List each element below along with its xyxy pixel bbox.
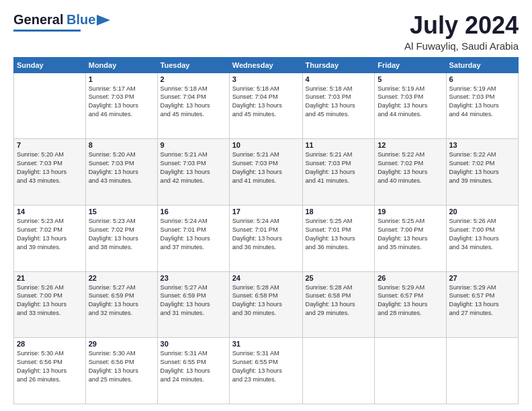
svg-marker-0 <box>97 15 110 26</box>
day-info: Sunrise: 5:21 AM Sunset: 7:03 PM Dayligh… <box>161 150 226 185</box>
day-number: 25 <box>306 274 372 282</box>
table-cell: 15Sunrise: 5:23 AM Sunset: 7:02 PM Dayli… <box>85 205 157 271</box>
day-number: 30 <box>161 340 226 348</box>
table-cell: 18Sunrise: 5:25 AM Sunset: 7:01 PM Dayli… <box>302 205 375 271</box>
day-info: Sunrise: 5:22 AM Sunset: 7:02 PM Dayligh… <box>378 150 443 185</box>
page: General Blue July 2024 Al Fuwayliq, Saud… <box>0 0 532 411</box>
table-cell: 25Sunrise: 5:28 AM Sunset: 6:58 PM Dayli… <box>302 271 375 338</box>
day-number: 10 <box>232 141 300 149</box>
day-number: 22 <box>89 274 154 282</box>
day-number: 28 <box>17 340 83 348</box>
day-number: 26 <box>378 274 443 282</box>
day-number: 12 <box>378 141 443 149</box>
day-info: Sunrise: 5:23 AM Sunset: 7:02 PM Dayligh… <box>89 217 154 252</box>
table-cell <box>14 73 86 139</box>
day-info: Sunrise: 5:29 AM Sunset: 6:57 PM Dayligh… <box>378 283 443 318</box>
col-thursday: Thursday <box>302 57 375 73</box>
day-info: Sunrise: 5:31 AM Sunset: 6:55 PM Dayligh… <box>232 349 300 384</box>
logo-arrow-icon <box>97 15 110 26</box>
day-number: 19 <box>378 208 443 216</box>
table-cell <box>375 338 446 404</box>
day-info: Sunrise: 5:27 AM Sunset: 6:59 PM Dayligh… <box>89 283 154 318</box>
table-cell: 14Sunrise: 5:23 AM Sunset: 7:02 PM Dayli… <box>14 205 86 271</box>
table-cell: 1Sunrise: 5:17 AM Sunset: 7:03 PM Daylig… <box>85 73 157 139</box>
table-cell: 20Sunrise: 5:26 AM Sunset: 7:00 PM Dayli… <box>446 205 519 271</box>
day-number: 5 <box>378 75 443 83</box>
day-number: 3 <box>232 75 300 83</box>
day-info: Sunrise: 5:28 AM Sunset: 6:58 PM Dayligh… <box>232 283 300 318</box>
day-number: 11 <box>306 141 372 149</box>
calendar-week-row: 21Sunrise: 5:26 AM Sunset: 7:00 PM Dayli… <box>14 271 519 338</box>
calendar-week-row: 1Sunrise: 5:17 AM Sunset: 7:03 PM Daylig… <box>14 73 519 139</box>
day-info: Sunrise: 5:30 AM Sunset: 6:56 PM Dayligh… <box>17 349 83 384</box>
day-number: 6 <box>449 75 516 83</box>
logo-text-blue: Blue <box>66 12 95 27</box>
day-number: 18 <box>306 208 372 216</box>
location: Al Fuwayliq, Saudi Arabia <box>404 40 519 52</box>
month-title: July 2024 <box>404 12 519 39</box>
day-info: Sunrise: 5:30 AM Sunset: 6:56 PM Dayligh… <box>89 349 154 384</box>
col-friday: Friday <box>375 57 446 73</box>
table-cell: 9Sunrise: 5:21 AM Sunset: 7:03 PM Daylig… <box>157 139 229 205</box>
day-number: 31 <box>232 340 300 348</box>
table-cell: 21Sunrise: 5:26 AM Sunset: 7:00 PM Dayli… <box>14 271 86 338</box>
day-info: Sunrise: 5:24 AM Sunset: 7:01 PM Dayligh… <box>232 217 300 252</box>
day-info: Sunrise: 5:25 AM Sunset: 7:01 PM Dayligh… <box>306 217 372 252</box>
day-info: Sunrise: 5:27 AM Sunset: 6:59 PM Dayligh… <box>161 283 226 318</box>
day-info: Sunrise: 5:18 AM Sunset: 7:03 PM Dayligh… <box>306 85 372 120</box>
day-info: Sunrise: 5:22 AM Sunset: 7:02 PM Dayligh… <box>449 150 516 185</box>
table-cell: 12Sunrise: 5:22 AM Sunset: 7:02 PM Dayli… <box>375 139 446 205</box>
table-cell: 22Sunrise: 5:27 AM Sunset: 6:59 PM Dayli… <box>85 271 157 338</box>
day-number: 13 <box>449 141 516 149</box>
table-cell: 31Sunrise: 5:31 AM Sunset: 6:55 PM Dayli… <box>229 338 302 404</box>
calendar-week-row: 28Sunrise: 5:30 AM Sunset: 6:56 PM Dayli… <box>14 338 519 404</box>
calendar-week-row: 14Sunrise: 5:23 AM Sunset: 7:02 PM Dayli… <box>14 205 519 271</box>
table-cell: 24Sunrise: 5:28 AM Sunset: 6:58 PM Dayli… <box>229 271 302 338</box>
day-info: Sunrise: 5:23 AM Sunset: 7:02 PM Dayligh… <box>17 217 83 252</box>
day-info: Sunrise: 5:20 AM Sunset: 7:03 PM Dayligh… <box>89 150 154 185</box>
day-info: Sunrise: 5:31 AM Sunset: 6:55 PM Dayligh… <box>161 349 226 384</box>
day-info: Sunrise: 5:26 AM Sunset: 7:00 PM Dayligh… <box>17 283 83 318</box>
table-cell: 5Sunrise: 5:19 AM Sunset: 7:03 PM Daylig… <box>375 73 446 139</box>
table-cell: 26Sunrise: 5:29 AM Sunset: 6:57 PM Dayli… <box>375 271 446 338</box>
day-number: 9 <box>161 141 226 149</box>
day-info: Sunrise: 5:19 AM Sunset: 7:03 PM Dayligh… <box>378 85 443 120</box>
logo-text-general: General <box>13 12 63 27</box>
day-info: Sunrise: 5:26 AM Sunset: 7:00 PM Dayligh… <box>449 217 516 252</box>
col-saturday: Saturday <box>446 57 519 73</box>
day-number: 1 <box>89 75 154 83</box>
table-cell: 28Sunrise: 5:30 AM Sunset: 6:56 PM Dayli… <box>14 338 86 404</box>
day-number: 17 <box>232 208 300 216</box>
day-info: Sunrise: 5:19 AM Sunset: 7:03 PM Dayligh… <box>449 85 516 120</box>
table-cell: 19Sunrise: 5:25 AM Sunset: 7:00 PM Dayli… <box>375 205 446 271</box>
day-number: 23 <box>161 274 226 282</box>
table-cell <box>446 338 519 404</box>
col-wednesday: Wednesday <box>229 57 302 73</box>
col-sunday: Sunday <box>14 57 86 73</box>
table-cell: 23Sunrise: 5:27 AM Sunset: 6:59 PM Dayli… <box>157 271 229 338</box>
logo: General Blue <box>13 12 110 32</box>
day-number: 4 <box>306 75 372 83</box>
table-cell: 13Sunrise: 5:22 AM Sunset: 7:02 PM Dayli… <box>446 139 519 205</box>
table-cell: 8Sunrise: 5:20 AM Sunset: 7:03 PM Daylig… <box>85 139 157 205</box>
day-info: Sunrise: 5:21 AM Sunset: 7:03 PM Dayligh… <box>232 150 300 185</box>
logo-underline <box>13 30 81 32</box>
day-number: 21 <box>17 274 83 282</box>
day-number: 24 <box>232 274 300 282</box>
day-number: 20 <box>449 208 516 216</box>
col-monday: Monday <box>85 57 157 73</box>
day-number: 7 <box>17 141 83 149</box>
day-info: Sunrise: 5:17 AM Sunset: 7:03 PM Dayligh… <box>89 85 154 120</box>
calendar-week-row: 7Sunrise: 5:20 AM Sunset: 7:03 PM Daylig… <box>14 139 519 205</box>
table-cell: 4Sunrise: 5:18 AM Sunset: 7:03 PM Daylig… <box>302 73 375 139</box>
day-number: 8 <box>89 141 154 149</box>
title-block: July 2024 Al Fuwayliq, Saudi Arabia <box>404 12 519 52</box>
table-cell: 6Sunrise: 5:19 AM Sunset: 7:03 PM Daylig… <box>446 73 519 139</box>
table-cell <box>302 338 375 404</box>
day-info: Sunrise: 5:20 AM Sunset: 7:03 PM Dayligh… <box>17 150 83 185</box>
table-cell: 11Sunrise: 5:21 AM Sunset: 7:03 PM Dayli… <box>302 139 375 205</box>
table-cell: 2Sunrise: 5:18 AM Sunset: 7:04 PM Daylig… <box>157 73 229 139</box>
col-tuesday: Tuesday <box>157 57 229 73</box>
day-info: Sunrise: 5:18 AM Sunset: 7:04 PM Dayligh… <box>161 85 226 120</box>
day-number: 14 <box>17 208 83 216</box>
